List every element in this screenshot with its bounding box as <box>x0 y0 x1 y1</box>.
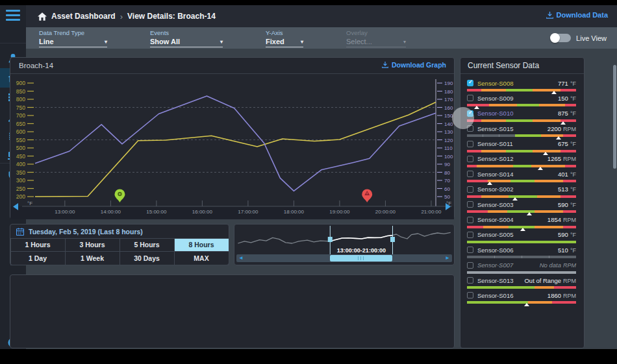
svg-text:18:00:00: 18:00:00 <box>284 209 305 215</box>
svg-text:250: 250 <box>16 186 25 192</box>
breadcrumb-root[interactable]: Asset Dashboard <box>51 12 116 21</box>
event-marker-status-ok[interactable] <box>114 189 125 203</box>
chevron-down-icon: ▾ <box>403 39 406 45</box>
filter-events-dropdown[interactable]: Show All▾ <box>150 38 223 47</box>
sensor-checkbox-sensor-s004[interactable] <box>467 217 473 223</box>
scroll-left-icon[interactable]: ◄ <box>238 255 244 261</box>
top-bar: Asset Dashboard › View Details: Broach-1… <box>26 5 617 27</box>
bar-segment-gray <box>467 134 515 137</box>
svg-text:90: 90 <box>444 162 450 167</box>
page-scroll-thumb[interactable] <box>613 65 616 169</box>
filter-overlay-dropdown[interactable]: Select...▾ <box>346 38 406 47</box>
download-graph-button[interactable]: Download Graph <box>382 61 446 69</box>
bar-segment-orange <box>489 104 518 106</box>
svg-text:140: 140 <box>444 121 453 127</box>
sensor-row-sensor-s006: Sensor-S006510°F <box>467 243 576 258</box>
sensor-row-sensor-s002: Sensor-S002513°F <box>467 183 576 198</box>
series-sensor-s008 <box>35 103 436 197</box>
sensor-name: Sensor-S002 <box>477 186 513 193</box>
sensor-name: Sensor-S009 <box>477 95 513 102</box>
sensor-checkbox-sensor-s009[interactable] <box>467 95 473 101</box>
sensor-value: 590°F <box>558 201 576 208</box>
filter-label: Events <box>150 29 223 36</box>
bar-segment-green <box>506 89 532 91</box>
sensor-value: 771°F <box>558 80 576 87</box>
sensor-checkbox-sensor-s010[interactable] <box>467 110 473 117</box>
bar-segment-green <box>467 301 528 304</box>
svg-text:50: 50 <box>444 194 450 200</box>
time-range-button-max[interactable]: MAX <box>174 251 229 265</box>
sensor-checkbox-sensor-s006[interactable] <box>467 247 473 253</box>
time-range-button-8-hours[interactable]: 8 Hours <box>174 238 229 252</box>
time-range-button-1-day[interactable]: 1 Day <box>10 251 66 265</box>
bar-segment-red <box>554 286 576 289</box>
live-view-toggle[interactable] <box>551 34 571 42</box>
time-range-button-3-hours[interactable]: 3 Hours <box>65 238 120 252</box>
sensor-range-bar <box>467 301 576 304</box>
minimap-scroll-thumb[interactable] <box>330 255 392 261</box>
sensor-checkbox-sensor-s013[interactable] <box>467 277 473 284</box>
time-range-button-5-hours[interactable]: 5 Hours <box>120 238 175 252</box>
svg-text:60: 60 <box>444 186 450 192</box>
sensor-range-bar <box>467 104 576 106</box>
time-range-button-30-days[interactable]: 30 Days <box>120 251 175 265</box>
bar-segment-green <box>506 119 532 122</box>
sensor-checkbox-sensor-s015[interactable] <box>467 125 473 132</box>
sidebar-divider <box>0 43 26 43</box>
sensor-checkbox-sensor-s016[interactable] <box>467 292 473 298</box>
svg-text:21:00:00: 21:00:00 <box>421 209 442 215</box>
bar-segment-orange <box>483 226 509 228</box>
letterbox-bottom <box>0 349 617 364</box>
thumb-grip <box>358 256 364 260</box>
bar-segment-red <box>563 210 576 213</box>
breadcrumb: Asset Dashboard › View Details: Broach-1… <box>38 12 216 21</box>
scroll-right-icon[interactable]: ► <box>445 255 450 261</box>
filter-events: EventsShow All▾ <box>150 27 223 47</box>
sensor-checkbox-sensor-s012[interactable] <box>467 156 473 162</box>
time-range-button-1-week[interactable]: 1 Week <box>65 251 120 265</box>
sensor-checkbox-sensor-s005[interactable] <box>467 232 473 238</box>
sensor-checkbox-sensor-s007[interactable] <box>467 262 473 269</box>
time-range-button-1-hours[interactable]: 1 Hours <box>10 238 66 252</box>
download-data-button[interactable]: Download Data <box>546 11 608 19</box>
sensor-value: 1860RPM <box>548 292 576 299</box>
event-marker-alert[interactable] <box>362 189 372 203</box>
sensor-name: Sensor-S016 <box>477 292 513 299</box>
bar-segment-orange <box>481 150 507 152</box>
filter-label: Overlay <box>346 29 406 36</box>
selection-handle[interactable] <box>328 237 333 242</box>
filter-y-axis-dropdown[interactable]: Fixed▾ <box>266 38 303 47</box>
breadcrumb-separator: › <box>120 12 123 21</box>
sensor-checkbox-sensor-s002[interactable] <box>467 186 473 193</box>
selection-handle[interactable] <box>390 237 395 242</box>
home-icon <box>38 12 47 21</box>
filter-label: Data Trend Type <box>39 29 107 36</box>
sensor-range-bar <box>467 195 576 198</box>
filter-data-trend-type-dropdown[interactable]: Line▾ <box>39 38 107 47</box>
secondary-panel <box>10 274 455 348</box>
hamburger-menu-icon[interactable] <box>6 10 20 21</box>
bar-segment-orange <box>528 301 552 304</box>
svg-text:750: 750 <box>16 104 25 111</box>
minimap-scrollbar[interactable]: ◄ ► <box>236 254 452 262</box>
sensor-checkbox-sensor-s008[interactable] <box>467 80 473 86</box>
sensor-checkbox-sensor-s014[interactable] <box>467 171 473 177</box>
calendar-icon <box>16 228 24 236</box>
sensor-value: 513°F <box>558 186 576 193</box>
sensor-row-sensor-s005: Sensor-S005590°F <box>467 228 576 243</box>
bar-segment-orange <box>477 165 512 167</box>
bar-segment-orange <box>535 180 563 182</box>
bar-divider <box>549 256 549 258</box>
svg-text:450: 450 <box>16 153 25 160</box>
svg-text:600: 600 <box>16 128 25 135</box>
bar-segment-red <box>467 210 488 213</box>
page-scrollbar[interactable] <box>613 60 616 348</box>
chevron-down-icon: ▾ <box>220 39 223 45</box>
sensor-checkbox-sensor-s011[interactable] <box>467 141 473 147</box>
sensor-checkbox-sensor-s003[interactable] <box>467 201 473 208</box>
bar-segment-orange <box>533 119 561 122</box>
svg-text:200: 200 <box>16 193 25 200</box>
chevron-down-icon: ▾ <box>105 39 107 45</box>
sensor-row-sensor-s010: Sensor-S010875°F <box>467 107 576 122</box>
bar-segment-red <box>563 134 576 137</box>
